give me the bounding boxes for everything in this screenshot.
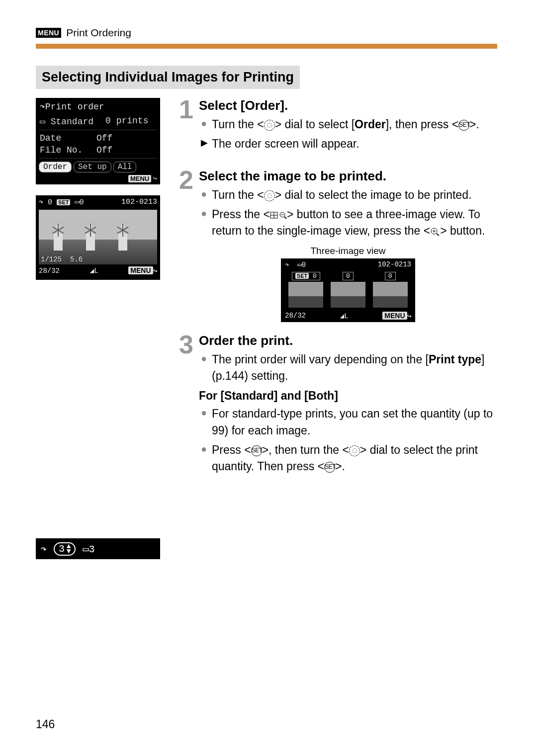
tv-count2: 0 xyxy=(385,272,396,280)
lcd-print-order: ↷Print order ▭ Standard 0 prints DateOff… xyxy=(36,98,160,184)
tv-counter: 28/32 xyxy=(285,312,306,320)
lcd-prints: 0 prints xyxy=(105,116,148,127)
lcd-three-image-view: ↷ ▭0 102-0213 SET 0 0 0 28/32 ◢L MENU↩ xyxy=(281,258,415,322)
divider-bar xyxy=(36,44,497,49)
bullet-icon: ● xyxy=(201,442,212,475)
result-arrow-icon: ▶ xyxy=(201,136,212,152)
lcd-tab-setup: Set up xyxy=(74,162,111,172)
breadcrumb: Print Ordering xyxy=(66,27,131,39)
lcd2-setcount: 0 xyxy=(48,198,52,207)
menu-return-icon: MENU xyxy=(128,266,153,274)
step3-title: Order the print. xyxy=(199,333,497,348)
lcd-fileno-label: File No. xyxy=(40,145,85,155)
bullet-icon: ● xyxy=(201,116,212,133)
step3-bullet2: For standard-type prints, you can set th… xyxy=(212,406,497,439)
svg-line-5 xyxy=(284,217,286,219)
quick-dial-icon: ◌ xyxy=(264,190,275,201)
lcd-tab-all: All xyxy=(113,162,137,172)
set-button-icon: SET xyxy=(251,445,262,456)
set-button-icon: SET xyxy=(324,462,335,473)
menu-return-icon: MENU xyxy=(128,175,151,182)
step1-title: Select [Order]. xyxy=(199,98,497,113)
bullet-icon: ● xyxy=(201,406,212,439)
step1-bullet2: The order screen will appear. xyxy=(212,136,497,152)
quick-dial-icon: ◌ xyxy=(349,445,360,456)
step3-bullet1: The print order will vary depending on t… xyxy=(212,351,497,385)
step-number-1: 1 xyxy=(179,98,199,156)
bullet-icon: ● xyxy=(201,206,212,240)
quick-dial-icon: ◌ xyxy=(264,120,275,131)
thumbnail xyxy=(288,282,323,308)
lcd-image-preview: ↷ 0 SET ▭0 102-0213 1/125 5.6 28/32 ◢L M… xyxy=(36,195,160,280)
step-number-2: 2 xyxy=(179,168,199,322)
lcd-tab-order: Order xyxy=(39,162,72,172)
step2-bullet1: Turn the <◌> dial to select the image to… xyxy=(212,187,497,203)
three-image-caption: Three-image view xyxy=(199,246,497,256)
step3-subheading: For [Standard] and [Both] xyxy=(199,389,497,403)
photo-thumbnail: 1/125 5.6 xyxy=(39,210,157,264)
lcd2-shutter: 1/125 xyxy=(41,255,62,263)
step1-bullet1: Turn the <◌> dial to select [Order], the… xyxy=(212,116,497,133)
lcd-title: Print order xyxy=(45,102,104,112)
thumbnail xyxy=(373,282,408,308)
step3-bullet3: Press <SET>, then turn the <◌> dial to s… xyxy=(212,442,497,475)
lcd2-counter: 28/32 xyxy=(39,267,60,275)
thumbnail xyxy=(331,282,365,308)
step-number-3: 3 xyxy=(179,333,199,478)
set-button-icon: SET xyxy=(458,120,469,131)
strip-qty: 3 xyxy=(59,543,65,555)
tv-count1: 0 xyxy=(343,272,354,280)
lcd2-quality: L xyxy=(94,267,98,275)
menu-badge-icon: MENU xyxy=(36,28,61,38)
svg-line-9 xyxy=(437,234,439,236)
lcd2-folder: 102-0213 xyxy=(121,198,157,206)
lcd-quantity-strip: ↷ 3 ▲▼ ▭3 xyxy=(36,538,160,559)
tv-folder: 102-0213 xyxy=(378,260,411,268)
bullet-icon: ● xyxy=(201,187,212,203)
index-zoomout-icon xyxy=(270,208,287,221)
section-heading: Selecting Individual Images for Printing xyxy=(36,66,300,89)
page-header: MENU Print Ordering xyxy=(36,27,497,39)
lcd2-cardcount: 0 xyxy=(80,198,84,207)
step2-bullet2: Press the <> button to see a three-image… xyxy=(212,206,497,240)
set-icon: SET xyxy=(295,273,309,279)
lcd-type: Standard xyxy=(51,117,93,127)
step2-title: Select the image to be printed. xyxy=(199,168,497,184)
menu-return-icon: MENU xyxy=(382,312,407,320)
page-number: 146 xyxy=(36,718,55,731)
tv-quality: L xyxy=(344,312,348,320)
lcd2-aperture: 5.6 xyxy=(70,255,83,263)
bullet-icon: ● xyxy=(201,351,212,385)
lcd-fileno-value: Off xyxy=(96,145,112,155)
tv-cardcount: 0 xyxy=(302,261,306,269)
set-icon: SET xyxy=(57,199,70,205)
tv-count0: 0 xyxy=(313,272,317,280)
lcd-date-value: Off xyxy=(96,133,112,143)
strip-card: 3 xyxy=(89,544,95,555)
zoomin-icon xyxy=(430,224,440,237)
lcd-date-label: Date xyxy=(40,133,85,143)
